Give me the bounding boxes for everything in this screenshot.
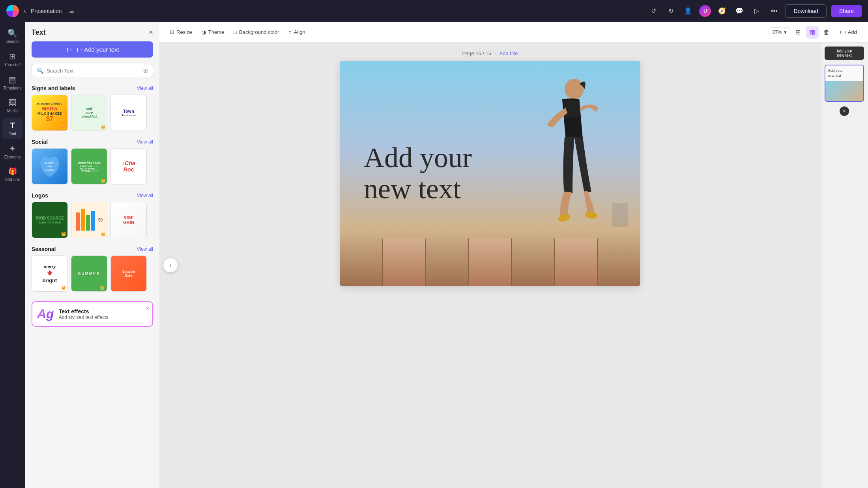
- add-button[interactable]: + + Add: [834, 27, 862, 37]
- layout-button[interactable]: ▦: [806, 26, 819, 39]
- elements-icon: ✦: [9, 144, 16, 153]
- users-icon[interactable]: 👤: [682, 5, 694, 17]
- logo-card-2-inner: 50 👑: [71, 202, 107, 238]
- logo-card-3[interactable]: RISEGRIN: [110, 202, 147, 238]
- sidebar-item-text[interactable]: T Text: [2, 118, 23, 139]
- social-card-2[interactable]: Dorm Pack List BEDROOM □ □ □ BATHROOM □ …: [71, 148, 107, 184]
- signs-card-3[interactable]: Town Jamboree: [110, 95, 147, 131]
- text-effects-banner[interactable]: × Ag Text effects Add stylized text effe…: [32, 301, 153, 327]
- search-input[interactable]: [47, 68, 140, 74]
- thumb-text-big: Add yournew text: [828, 68, 861, 78]
- delete-button[interactable]: 🗑: [820, 26, 833, 39]
- crown-icon-4: 👑: [61, 232, 66, 236]
- canva-logo: [6, 5, 19, 17]
- undo-button[interactable]: ↺: [647, 5, 660, 17]
- back-button[interactable]: ‹: [24, 7, 26, 15]
- slide-thumbnail[interactable]: Add yournew text: [825, 65, 864, 102]
- text-effects-title: Text effects: [59, 308, 108, 315]
- more-button[interactable]: •••: [768, 5, 780, 17]
- search-icon: 🔍: [37, 67, 43, 74]
- runner-figure: [474, 61, 608, 286]
- seasonal-cards-grid: merry ⚜ bright 👑 SUMMER 👑 SeasonSale: [25, 255, 159, 296]
- logo-card-2[interactable]: 50 👑: [71, 202, 107, 238]
- add-icon: +: [839, 29, 842, 35]
- social-section-title: Social: [32, 139, 48, 145]
- svg-text:Another: Another: [45, 169, 55, 171]
- redo-button[interactable]: ↻: [664, 5, 677, 17]
- sidebar-item-media[interactable]: 🖼 Media: [2, 95, 23, 116]
- seasonal-section-header: Seasonal View all: [25, 243, 159, 255]
- sidebar-item-your-stuff[interactable]: ⊞ Your stuff: [2, 48, 23, 70]
- compass-icon[interactable]: 🧭: [716, 5, 728, 17]
- crown-icon-5: 👑: [101, 232, 105, 236]
- social-cards-grid: Support One Another Dorm Pack List BEDRO…: [25, 148, 159, 189]
- right-panel: Add yournew text Add yournew text ×: [821, 43, 868, 488]
- seasonal-card-2[interactable]: SUMMER 👑: [71, 255, 107, 292]
- grid-view-button[interactable]: ⊞: [792, 26, 804, 39]
- add-text-button[interactable]: T+ T+ Add your text: [32, 41, 153, 58]
- cloud-icon: ☁: [68, 7, 75, 15]
- text-icon: T: [10, 121, 15, 130]
- sidebar-icons: 🔍 Search ⊞ Your stuff ▤ Templates 🖼 Medi…: [0, 22, 25, 488]
- present-icon[interactable]: ▷: [750, 5, 763, 17]
- filter-icon[interactable]: ⊞: [143, 67, 148, 74]
- align-label: Align: [294, 29, 305, 35]
- bg-color-icon: □: [234, 29, 237, 35]
- logos-cards-grid: fOOD SOURCE — FARM TO TABLE — 👑 50 👑: [25, 202, 159, 243]
- nav-prev-button[interactable]: ‹: [163, 258, 178, 272]
- thumb-text-content: Add yournew text: [825, 65, 863, 81]
- social-card-1[interactable]: Support One Another: [32, 148, 68, 184]
- crown-icon-6: 👑: [61, 285, 66, 290]
- seasonal-card-3[interactable]: SeasonSale: [110, 255, 147, 292]
- social-card-1-inner: Support One Another: [32, 149, 67, 184]
- seasonal-card-1[interactable]: merry ⚜ bright 👑: [32, 255, 68, 292]
- signs-card-2[interactable]: self care checklist 👑: [71, 95, 107, 131]
- sidebar-label-templates: Templates: [4, 86, 22, 90]
- page-indicator: Page 15 / 15 - Add title: [462, 50, 518, 56]
- resize-button[interactable]: ⊡ Resize: [166, 27, 196, 37]
- user-avatar[interactable]: U: [699, 5, 711, 17]
- zoom-control[interactable]: 37% ▾: [769, 27, 790, 37]
- text-effects-description: Add stylized text effects: [59, 315, 108, 320]
- sidebar-label-elements: Elements: [4, 155, 21, 159]
- text-search-bar: 🔍 ⊞: [32, 64, 153, 77]
- svg-point-3: [565, 79, 584, 99]
- seasonal-view-all[interactable]: View all: [137, 246, 153, 252]
- signs-view-all[interactable]: View all: [137, 86, 153, 91]
- social-card-3[interactable]: ♪ChaRoc: [110, 148, 147, 184]
- download-button[interactable]: Download: [785, 4, 826, 18]
- resize-icon: ⊡: [170, 29, 174, 35]
- thumbnail-close-button[interactable]: ×: [840, 106, 849, 116]
- logos-section-header: Logos View all: [25, 189, 159, 202]
- svg-text:Support: Support: [45, 162, 54, 164]
- main-layout: 🔍 Search ⊞ Your stuff ▤ Templates 🖼 Medi…: [0, 22, 868, 488]
- zoom-level: 37%: [772, 29, 782, 35]
- text-effects-close-button[interactable]: ×: [146, 305, 149, 311]
- crown-icon-1: 👑: [61, 125, 66, 129]
- logo-card-1[interactable]: fOOD SOURCE — FARM TO TABLE — 👑: [32, 202, 68, 238]
- add-title-link[interactable]: Add title: [499, 50, 518, 56]
- slide-container[interactable]: Add your new text: [340, 61, 640, 286]
- sidebar-item-elements[interactable]: ✦ Elements: [2, 141, 23, 162]
- share-button[interactable]: Share: [831, 5, 862, 17]
- crown-icon-3: 👑: [101, 178, 105, 183]
- separator: -: [494, 50, 496, 56]
- comment-icon[interactable]: 💬: [733, 5, 746, 17]
- sidebar-item-search[interactable]: 🔍 Search: [2, 25, 23, 47]
- theme-label: Theme: [208, 29, 224, 35]
- zoom-chevron-icon: ▾: [784, 29, 787, 35]
- social-card-2-inner: Dorm Pack List BEDROOM □ □ □ BATHROOM □ …: [71, 149, 107, 184]
- text-panel-close-button[interactable]: ×: [149, 28, 153, 37]
- sidebar-item-addons[interactable]: 🎁 Add-ons: [2, 164, 23, 185]
- logos-view-all[interactable]: View all: [137, 193, 153, 198]
- theme-button[interactable]: ◑ Theme: [198, 27, 228, 37]
- signs-cards-grid: FLAVORS WEEKLY MEGA MILK SHAKES $7 👑 sel…: [25, 95, 159, 136]
- sidebar-item-templates[interactable]: ▤ Templates: [2, 72, 23, 93]
- topbar: ‹ Presentation ☁ ↺ ↻ 👤 U 🧭 💬 ▷ ••• Downl…: [0, 0, 868, 22]
- background-color-button[interactable]: □ Background color: [230, 27, 283, 37]
- text-panel-header: Text ×: [25, 22, 159, 41]
- align-button[interactable]: ≡ Align: [284, 27, 309, 37]
- signs-card-1[interactable]: FLAVORS WEEKLY MEGA MILK SHAKES $7 👑: [32, 95, 68, 131]
- social-view-all[interactable]: View all: [137, 139, 153, 145]
- seasonal-section-title: Seasonal: [32, 246, 56, 252]
